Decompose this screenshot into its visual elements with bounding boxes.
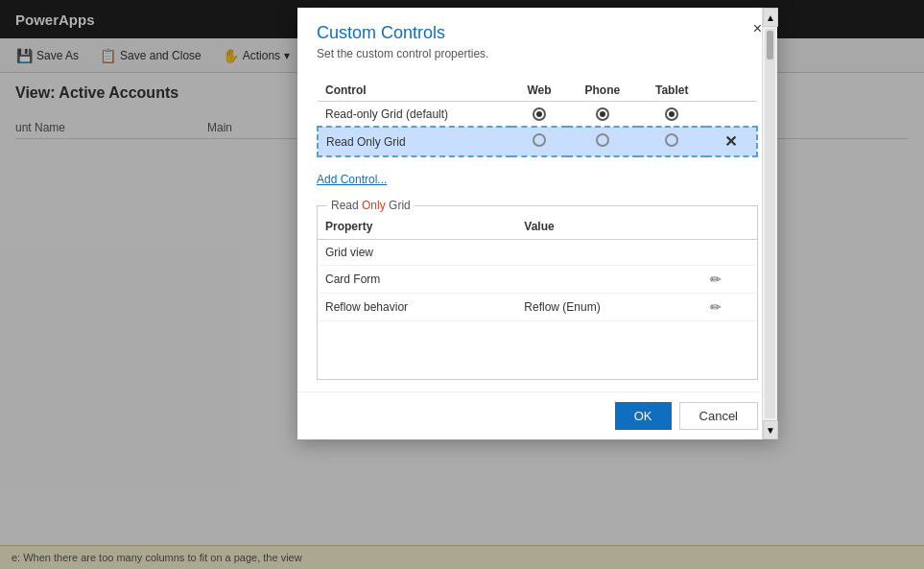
phone-radio-readonly[interactable]	[567, 127, 638, 156]
col-header-delete	[706, 80, 757, 102]
edit-reflow-icon[interactable]: ✏	[710, 299, 722, 315]
props-legend: Read Only Grid	[327, 199, 415, 212]
prop-reflow-edit[interactable]: ✏	[702, 294, 757, 321]
prop-card-form-value	[516, 266, 702, 294]
prop-grid-view-value	[516, 240, 702, 266]
control-name-default: Read-only Grid (default)	[318, 102, 511, 128]
delete-readonly-button[interactable]: ✕	[721, 132, 741, 151]
scroll-track	[765, 29, 775, 418]
scroll-up-button[interactable]: ▲	[763, 8, 778, 27]
scroll-down-button[interactable]: ▼	[763, 420, 778, 439]
list-item: Card Form ✏	[318, 266, 757, 294]
radio-web-readonly[interactable]	[533, 133, 546, 147]
controls-table-header-row: Control Web Phone Tablet	[318, 80, 757, 102]
dialog-header: Custom Controls Set the custom control p…	[297, 8, 777, 68]
delete-default-cell	[706, 102, 757, 128]
dialog-scrollbar: ▲ ▼	[762, 8, 777, 439]
properties-table: Property Value Grid view Card Form	[318, 214, 757, 321]
scroll-thumb[interactable]	[767, 31, 773, 59]
col-header-phone: Phone	[567, 80, 638, 102]
custom-controls-dialog: Custom Controls Set the custom control p…	[297, 8, 777, 439]
cancel-button[interactable]: Cancel	[679, 402, 758, 430]
col-header-property: Property	[318, 214, 516, 240]
list-item: Grid view	[318, 240, 757, 266]
table-row: Read Only Grid ✕	[318, 127, 757, 156]
props-header-row: Property Value	[318, 214, 757, 240]
dialog-body: Control Web Phone Tablet Read-only Grid …	[297, 68, 777, 391]
legend-suffix: Grid	[386, 199, 411, 212]
col-header-value: Value	[516, 214, 702, 240]
radio-tablet-default[interactable]	[665, 107, 678, 121]
table-row: Read-only Grid (default)	[318, 102, 757, 128]
prop-card-form-edit[interactable]: ✏	[702, 266, 757, 294]
properties-section: Read Only Grid Property Value Grid view	[317, 205, 758, 380]
col-header-web: Web	[511, 80, 567, 102]
dialog-title: Custom Controls	[317, 23, 758, 43]
props-spacer	[318, 321, 757, 379]
radio-phone-readonly[interactable]	[596, 133, 609, 147]
controls-table: Control Web Phone Tablet Read-only Grid …	[317, 80, 758, 157]
phone-radio-default[interactable]	[567, 102, 638, 128]
col-header-tablet: Tablet	[638, 80, 706, 102]
radio-tablet-readonly[interactable]	[665, 133, 678, 147]
control-name-readonly: Read Only Grid	[318, 127, 511, 156]
prop-grid-view-edit	[702, 240, 757, 266]
delete-readonly-cell[interactable]: ✕	[706, 127, 757, 156]
web-radio-readonly[interactable]	[511, 127, 567, 156]
radio-phone-default[interactable]	[596, 107, 609, 121]
legend-highlight: Only	[362, 199, 386, 212]
radio-web-default[interactable]	[533, 107, 546, 121]
legend-prefix: Read	[331, 199, 362, 212]
prop-reflow-value: Reflow (Enum)	[516, 294, 702, 321]
edit-card-form-icon[interactable]: ✏	[710, 272, 722, 287]
col-header-edit-action	[702, 214, 757, 240]
col-header-control: Control	[318, 80, 511, 102]
prop-card-form: Card Form	[318, 266, 516, 294]
web-radio-default[interactable]	[511, 102, 567, 128]
list-item: Reflow behavior Reflow (Enum) ✏	[318, 294, 757, 321]
tablet-radio-readonly[interactable]	[638, 127, 706, 156]
add-control-link[interactable]: Add Control...	[317, 173, 387, 186]
tablet-radio-default[interactable]	[638, 102, 706, 128]
dialog-footer: OK Cancel	[297, 391, 777, 439]
ok-button[interactable]: OK	[615, 402, 672, 430]
dialog-subtitle: Set the custom control properties.	[317, 47, 758, 60]
prop-grid-view: Grid view	[318, 240, 516, 266]
dialog-close-button[interactable]: ×	[753, 21, 762, 36]
prop-reflow: Reflow behavior	[318, 294, 516, 321]
